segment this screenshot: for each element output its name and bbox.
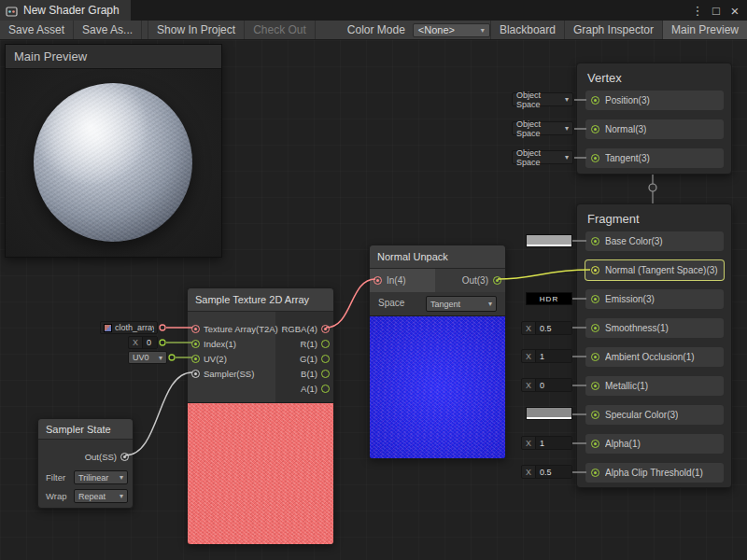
input-texture-array[interactable]: Texture Array(T2A) xyxy=(191,321,278,336)
index-out-dot[interactable] xyxy=(160,340,165,345)
normal-unpack-title[interactable]: Normal Unpack xyxy=(370,245,505,269)
normal-unpack-input[interactable]: In(4) xyxy=(370,269,437,292)
kebab-menu-icon[interactable]: ⋮ xyxy=(689,4,706,18)
output-rgba[interactable]: RGBA(4) xyxy=(281,321,330,336)
save-as-button[interactable]: Save As... xyxy=(74,21,142,39)
normal-unpack-node[interactable]: Normal Unpack In(4) Out(3) Space Tangent… xyxy=(369,245,506,458)
base-color-swatch[interactable] xyxy=(526,234,572,247)
chevron-down-icon: ▾ xyxy=(120,492,123,500)
normal-unpack-space-row: Space Tangent▾ xyxy=(370,292,505,315)
a-port[interactable] xyxy=(321,385,330,393)
rgba-port[interactable] xyxy=(321,325,330,333)
index-field[interactable]: X0 xyxy=(128,336,158,349)
fragment-slot-alpha-clip[interactable]: Alpha Clip Threshold(1) xyxy=(585,463,724,483)
normal-unpack-output[interactable]: Out(3) xyxy=(435,269,505,292)
window-title: New Shader Graph xyxy=(23,4,120,17)
toolbar: Save Asset Save As... Show In Project Ch… xyxy=(0,21,747,40)
filter-label: Filter xyxy=(46,472,65,483)
ambient-occlusion-field[interactable]: X1 xyxy=(521,349,572,363)
main-preview-header[interactable]: Main Preview xyxy=(6,45,221,69)
close-icon[interactable]: × xyxy=(726,3,743,19)
vertex-slot-tangent[interactable]: Tangent(3) xyxy=(585,148,724,168)
uv-port[interactable] xyxy=(191,355,200,363)
fragment-slot-smoothness[interactable]: Smoothness(1) xyxy=(585,318,724,338)
base-color-port[interactable] xyxy=(591,237,599,245)
sample-texture-2d-array-node[interactable]: Sample Texture 2D Array Texture Array(T2… xyxy=(187,287,334,544)
input-index[interactable]: Index(1) xyxy=(191,336,236,351)
specular-color-swatch[interactable] xyxy=(526,407,572,420)
sampler-state-title[interactable]: Sampler State xyxy=(38,419,133,440)
uv-channel-dropdown[interactable]: UV0▾ xyxy=(128,351,167,364)
fragment-slot-normal[interactable]: Normal (Tangent Space)(3) xyxy=(585,260,724,280)
g-port[interactable] xyxy=(321,355,330,363)
blackboard-toggle-button[interactable]: Blackboard xyxy=(490,21,564,39)
position-space-dropdown[interactable]: Object Space▾ xyxy=(512,92,573,106)
filter-dropdown[interactable]: Trilinear▾ xyxy=(74,470,128,484)
normal-port[interactable] xyxy=(591,125,599,133)
smoothness-field[interactable]: X0.5 xyxy=(521,321,572,335)
output-b[interactable]: B(1) xyxy=(301,366,330,381)
wrap-dropdown[interactable]: Repeat▾ xyxy=(74,489,128,503)
emission-hdr-swatch[interactable]: HDR xyxy=(526,292,572,305)
vertex-fragment-link-handle[interactable] xyxy=(649,184,656,191)
window-tab[interactable]: New Shader Graph xyxy=(0,0,131,21)
fragment-slot-base-color[interactable]: Base Color(3) xyxy=(585,231,724,251)
edge-samplerstate-to-sampler[interactable] xyxy=(125,372,192,455)
in-port[interactable] xyxy=(374,276,382,285)
index-port[interactable] xyxy=(191,340,200,348)
sample-node-title[interactable]: Sample Texture 2D Array xyxy=(188,288,333,312)
smoothness-port[interactable] xyxy=(591,324,599,332)
fragment-slot-emission[interactable]: Emission(3) xyxy=(585,289,724,309)
color-mode-label: Color Mode xyxy=(340,23,413,36)
tangent-space-dropdown[interactable]: Object Space▾ xyxy=(512,150,573,164)
alpha-field[interactable]: X1 xyxy=(521,436,572,450)
position-port[interactable] xyxy=(591,96,599,105)
output-a[interactable]: A(1) xyxy=(301,381,330,396)
graph-inspector-toggle-button[interactable]: Graph Inspector xyxy=(564,21,662,39)
specular-color-port[interactable] xyxy=(591,411,599,419)
texture-array-out-dot[interactable] xyxy=(160,325,165,330)
maximize-icon[interactable]: □ xyxy=(708,4,725,18)
input-uv[interactable]: UV(2) xyxy=(191,351,227,366)
b-port[interactable] xyxy=(321,370,330,378)
main-preview-body xyxy=(6,69,221,257)
alpha-clip-port[interactable] xyxy=(591,469,599,477)
fragment-slot-alpha[interactable]: Alpha(1) xyxy=(585,434,724,454)
vertex-slot-position[interactable]: Position(3) xyxy=(585,91,724,110)
fragment-node[interactable]: Fragment Base Color(3) Normal (Tangent S… xyxy=(576,203,732,488)
normal-tangent-port[interactable] xyxy=(591,266,599,274)
color-mode-dropdown[interactable]: <None> ▾ xyxy=(413,23,490,37)
output-r[interactable]: R(1) xyxy=(301,336,330,351)
fragment-slot-metallic[interactable]: Metallic(1) xyxy=(585,376,724,396)
emission-port[interactable] xyxy=(591,295,599,303)
main-preview-toggle-button[interactable]: Main Preview xyxy=(662,21,747,39)
vertex-node-title: Vertex xyxy=(577,63,731,89)
input-sampler[interactable]: Sampler(SS) xyxy=(191,366,254,381)
sampler-state-output[interactable]: Out(SS) xyxy=(85,449,129,464)
uv-out-dot[interactable] xyxy=(169,355,175,360)
show-in-project-button[interactable]: Show In Project xyxy=(148,21,245,39)
texture-array-field[interactable]: cloth_array xyxy=(100,321,158,334)
tangent-port[interactable] xyxy=(591,154,599,162)
vertex-slot-normal[interactable]: Normal(3) xyxy=(585,119,724,139)
output-g[interactable]: G(1) xyxy=(300,351,330,366)
ambient-occlusion-port[interactable] xyxy=(591,353,599,361)
graph-canvas[interactable]: Vertex Position(3) Normal(3) Tangent(3) … xyxy=(0,40,747,560)
save-asset-button[interactable]: Save Asset xyxy=(0,21,74,39)
hdr-badge: HDR xyxy=(540,295,558,303)
fragment-slot-ambient-occlusion[interactable]: Ambient Occlusion(1) xyxy=(585,347,724,367)
texture-array-port[interactable] xyxy=(191,325,200,333)
space-dropdown[interactable]: Tangent▾ xyxy=(426,296,497,312)
r-port[interactable] xyxy=(321,340,330,348)
metallic-field[interactable]: X0 xyxy=(521,378,572,392)
vertex-node[interactable]: Vertex Position(3) Normal(3) Tangent(3) xyxy=(576,63,732,175)
fragment-slot-specular-color[interactable]: Specular Color(3) xyxy=(585,405,724,425)
sampler-input-port[interactable] xyxy=(191,370,200,378)
out-port[interactable] xyxy=(493,276,501,285)
metallic-port[interactable] xyxy=(591,382,599,390)
normal-space-dropdown[interactable]: Object Space▾ xyxy=(512,121,573,135)
sampler-state-node[interactable]: Sampler State Out(SS) Filter Trilinear▾ … xyxy=(37,418,134,509)
alpha-port[interactable] xyxy=(591,440,599,448)
alpha-clip-field[interactable]: X0.5 xyxy=(521,465,572,479)
out-ss-port[interactable] xyxy=(120,453,129,461)
